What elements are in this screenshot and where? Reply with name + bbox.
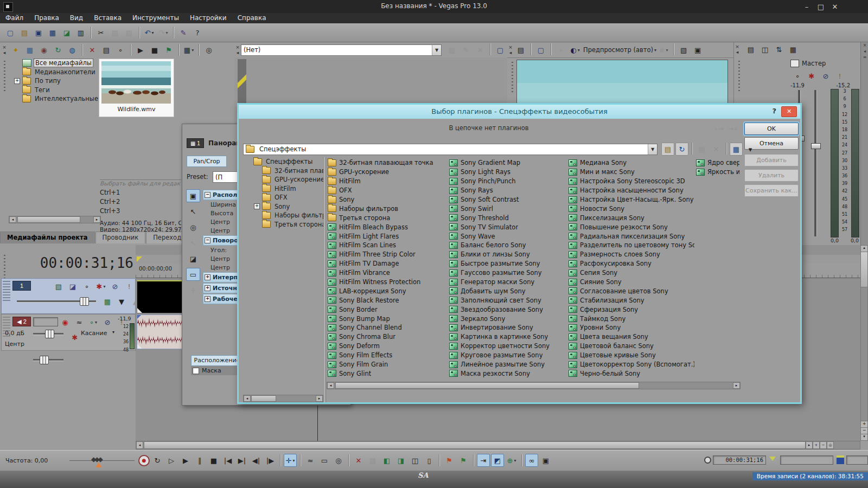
solo-icon[interactable]: ! <box>123 280 136 293</box>
chevron-down-icon[interactable]: ▾ <box>292 458 295 463</box>
scroll-thumb[interactable] <box>335 382 639 389</box>
copy-icon[interactable]: ▧ <box>108 26 122 39</box>
insert-region-button[interactable]: ⚑ <box>457 454 470 467</box>
plugin-chain-after-icon[interactable]: →∘ <box>726 122 739 135</box>
close-panel-icon[interactable]: × <box>734 44 741 49</box>
plugin-item[interactable]: Sony Film Effects <box>328 351 448 360</box>
plugin-item[interactable]: HitFilm Witness Protection <box>328 278 448 287</box>
insert-bus-icon[interactable]: ▤ <box>744 43 757 56</box>
plugin-item[interactable]: Яркость и к <box>696 168 739 177</box>
timecode-display[interactable]: 00:00:31;16 <box>27 255 133 271</box>
folder-item[interactable]: Третья сторона <box>328 213 448 222</box>
invert-phase-icon[interactable]: ≈ <box>73 316 86 329</box>
record-button[interactable]: ● <box>138 455 150 466</box>
plugin-item[interactable]: Sony Soft Contrast <box>449 195 567 204</box>
plugin-item[interactable]: Sony Border <box>328 305 448 314</box>
selection-length-field[interactable] <box>846 455 868 465</box>
plugin-item[interactable]: Уровни Sony <box>569 323 694 332</box>
quantize-to-frames-button[interactable]: ◩ <box>491 454 504 467</box>
plugin-item[interactable]: Стабилизация Sony <box>569 296 694 305</box>
copy-frame-icon[interactable]: ▧ <box>677 43 690 56</box>
plugin-item[interactable]: Таймкод Sony <box>569 314 694 323</box>
media-scrollbar[interactable]: ◂ ▸ <box>9 216 101 223</box>
mute-icon[interactable]: ⊘ <box>819 69 832 82</box>
panel-grip[interactable] <box>738 61 740 91</box>
minimize-button[interactable]: – <box>800 0 813 13</box>
plugin-item[interactable]: Цветокорректор Sony (Вспомогат.) <box>569 360 694 369</box>
folder-item[interactable]: OFX <box>328 186 448 195</box>
play-button[interactable]: ▶ <box>179 454 192 467</box>
refresh-icon[interactable]: ↻ <box>675 143 688 156</box>
scroll-thumb[interactable] <box>861 252 867 287</box>
plugin-item[interactable]: Мин и макс Sony <box>569 168 694 177</box>
smart-select-icon[interactable]: ↖ <box>186 236 200 249</box>
video-track-header[interactable]: 1 ▧◪∘✱▾⊘! ▦▼▲ <box>1 278 136 314</box>
scroll-right-icon[interactable]: ▸ <box>316 395 323 402</box>
track-fx-icon[interactable]: ∘▾ <box>87 316 100 329</box>
plugin-item[interactable]: Sony Deform <box>328 342 448 351</box>
plugin-item[interactable]: Сферизация Sony <box>569 305 694 314</box>
chevron-down-icon[interactable]: ▾ <box>165 30 168 35</box>
split-screen-view-icon[interactable]: ▢ <box>494 43 507 56</box>
plugin-item[interactable]: Sony Wave <box>449 232 567 241</box>
tree-item[interactable]: +Медианакопители <box>12 68 99 77</box>
plugin-item[interactable]: Быстрое размытие Sony <box>449 259 567 268</box>
plugin-item[interactable]: HitFilm Vibrance <box>328 268 448 278</box>
menu-item[interactable]: Файл <box>0 13 29 23</box>
plugin-item[interactable]: HitFilm Bleach Bypass <box>328 222 448 232</box>
track-number-button[interactable]: 1 <box>12 281 31 291</box>
save-frame-icon[interactable]: ▣ <box>691 43 704 56</box>
whats-this-icon[interactable]: ? <box>191 26 204 39</box>
composite-level-slider[interactable] <box>17 300 96 303</box>
chevron-down-icon[interactable]: ▾ <box>103 284 105 289</box>
loop-playback-button[interactable]: ↻ <box>151 454 164 467</box>
chevron-down-icon[interactable]: ▼ <box>648 144 657 155</box>
open-project-icon[interactable]: ▤ <box>18 26 31 39</box>
remove-plugin-icon[interactable]: ✕ <box>474 43 487 56</box>
next-frame-button[interactable]: |▶ <box>264 454 277 467</box>
scroll-right-icon[interactable]: ▸ <box>93 216 100 223</box>
fader-handle[interactable] <box>811 143 821 149</box>
plugin-edit-icon[interactable]: ✎ <box>459 43 473 56</box>
panel-grip[interactable] <box>512 62 513 92</box>
zoom-tool-icon[interactable]: ◎ <box>827 441 834 449</box>
enable-snapping-button[interactable]: ⇥ <box>477 454 490 467</box>
undo-icon[interactable]: ↶▾ <box>143 26 156 39</box>
volume-slider[interactable] <box>33 333 63 335</box>
scroll-right-icon[interactable]: ▸ <box>806 441 813 449</box>
normal-edit-tool-button[interactable]: ✛▾ <box>284 454 297 467</box>
insert-marker-button[interactable]: ⚑ <box>443 454 456 467</box>
insert-assignable-fx-icon[interactable]: ◫ <box>758 43 771 56</box>
plugin-item[interactable]: Sony Bump Map <box>328 314 448 323</box>
plugin-item[interactable]: Заполняющий свет Sony <box>449 296 567 305</box>
zoom-edit-tool-button[interactable]: ◎ <box>332 454 345 467</box>
pan-slider[interactable] <box>33 359 63 361</box>
plugin-item[interactable]: HitFilm Three Strip Color <box>328 250 448 259</box>
track-number-button[interactable]: ▦ 1 <box>187 138 204 148</box>
plugin-item[interactable]: Пикселизация Sony <box>569 213 694 222</box>
tree-item[interactable]: +GPU-ускорение <box>243 175 323 184</box>
plugin-item[interactable]: Корректор цветности Sony <box>449 342 567 351</box>
mute-icon[interactable]: ⊘ <box>108 280 122 293</box>
plugin-item[interactable]: Новости Sony <box>569 204 694 213</box>
slider-handle[interactable] <box>80 297 89 306</box>
plugin-item[interactable]: Инвертирование Sony <box>449 323 567 332</box>
project-properties-icon[interactable]: ▥ <box>74 26 87 39</box>
get-photo-icon[interactable]: ◉ <box>37 43 50 56</box>
tree-item[interactable]: +Наборы фильтров <box>243 211 323 220</box>
enable-rotation-icon[interactable]: ◪ <box>186 252 200 265</box>
plugin-item[interactable]: Sony Light Rays <box>449 168 567 177</box>
project-properties-icon[interactable]: ▤ <box>514 43 527 56</box>
pin-panel-icon[interactable]: ◂ <box>1 50 8 55</box>
media-properties-icon[interactable]: ▤ <box>100 43 113 56</box>
tree-item[interactable]: +32-битная плавающая точка <box>243 166 323 176</box>
rate-slider-handle[interactable]: ◆◆◆ <box>91 455 101 463</box>
view-mode-dropdown-icon[interactable]: ▾ <box>744 143 757 156</box>
center-point-icon[interactable]: ✛ <box>186 284 200 297</box>
folder-item[interactable]: Наборы фильтров <box>328 204 448 213</box>
plugin-item[interactable]: Sony Swirl <box>449 204 567 213</box>
menu-item[interactable]: Справка <box>232 13 272 23</box>
menu-item[interactable]: Вставка <box>88 13 127 23</box>
fx-preset-combo[interactable]: (Нет) ▼ <box>241 44 442 56</box>
tree-expander-icon[interactable]: + <box>254 203 260 209</box>
